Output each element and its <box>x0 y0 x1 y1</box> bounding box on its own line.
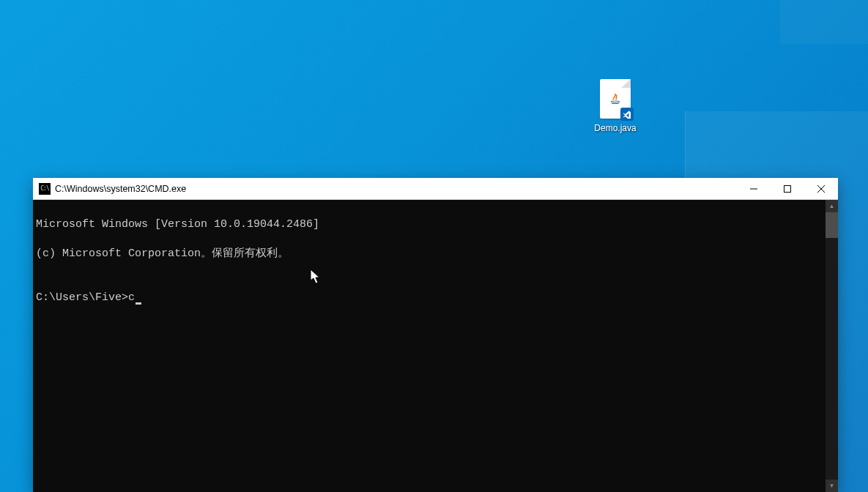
desktop-file-demo-java[interactable]: Demo.java <box>586 79 645 133</box>
java-logo-icon <box>607 91 623 107</box>
terminal-line: (c) Microsoft Corporation。保留所有权利。 <box>36 247 823 261</box>
cmd-app-icon: C:\ <box>39 183 51 195</box>
vscode-badge-icon <box>620 108 634 121</box>
cmd-window: C:\ C:\Windows\system32\CMD.exe Microsof… <box>33 178 838 492</box>
desktop-light-panel-top <box>780 0 868 44</box>
close-button[interactable] <box>804 178 838 200</box>
terminal-prompt-line: C:\Users\Five>c <box>36 291 823 305</box>
desktop-icon-label: Demo.java <box>594 123 636 133</box>
typed-input: c <box>128 291 135 304</box>
terminal-output[interactable]: Microsoft Windows [Version 10.0.19044.24… <box>33 200 826 492</box>
java-file-icon <box>600 79 631 119</box>
scroll-thumb[interactable] <box>826 212 838 238</box>
window-titlebar[interactable]: C:\ C:\Windows\system32\CMD.exe <box>33 178 838 200</box>
vertical-scrollbar[interactable]: ▲ ▼ <box>826 200 838 492</box>
scroll-down-arrow-icon[interactable]: ▼ <box>826 480 838 492</box>
text-cursor <box>136 302 141 305</box>
scroll-up-arrow-icon[interactable]: ▲ <box>826 200 838 212</box>
maximize-button[interactable] <box>771 178 804 200</box>
window-title: C:\Windows\system32\CMD.exe <box>55 184 186 194</box>
terminal-line: Microsoft Windows [Version 10.0.19044.24… <box>36 217 823 232</box>
svg-rect-1 <box>784 185 791 192</box>
minimize-button[interactable] <box>737 178 771 200</box>
prompt-path: C:\Users\Five> <box>36 291 128 304</box>
